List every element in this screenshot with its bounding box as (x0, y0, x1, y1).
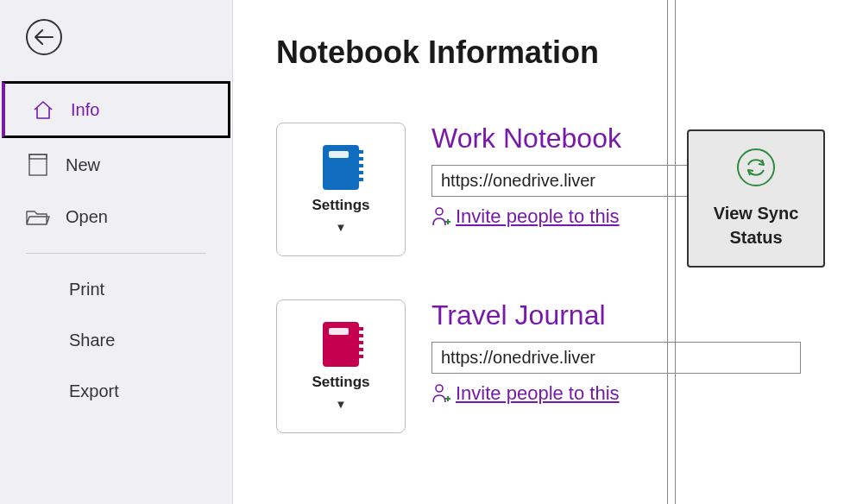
notebook-title: Travel Journal (431, 299, 801, 331)
vertical-divider (667, 0, 668, 504)
chevron-down-icon: ▼ (336, 221, 347, 234)
sidebar-divider (26, 253, 206, 254)
sidebar-item-label: Open (66, 207, 108, 227)
invite-link-label: Invite people to this (456, 205, 620, 228)
invite-link-label: Invite people to this (456, 382, 620, 405)
notebook-url[interactable]: https://onedrive.liver (431, 342, 801, 374)
notebook-icon (323, 322, 359, 367)
invite-link[interactable]: Invite people to this (431, 382, 801, 405)
sidebar-item-label: Print (69, 280, 104, 299)
sync-icon (736, 148, 776, 187)
svg-rect-1 (29, 154, 47, 159)
back-button[interactable] (26, 19, 62, 55)
svg-point-2 (436, 208, 443, 215)
person-add-icon (431, 383, 450, 404)
view-sync-status-button[interactable]: View Sync Status (687, 129, 825, 268)
svg-point-3 (436, 385, 443, 392)
notebook-row: Settings ▼ Travel Journal https://onedri… (276, 299, 801, 433)
settings-label: Settings (312, 374, 369, 391)
notebook-settings-button[interactable]: Settings ▼ (276, 299, 406, 433)
backstage-sidebar: Info New Open Print Share Export (0, 0, 233, 504)
main-panel: Notebook Information Settings ▼ Work Not… (233, 0, 844, 504)
sidebar-item-label: Info (71, 100, 99, 120)
sidebar-item-label: New (66, 155, 100, 175)
sidebar-item-export[interactable]: Export (0, 366, 232, 417)
sidebar-item-info[interactable]: Info (2, 81, 230, 138)
sidebar-item-print[interactable]: Print (0, 264, 232, 315)
svg-point-4 (738, 149, 774, 186)
sidebar-item-share[interactable]: Share (0, 315, 232, 366)
folder-open-icon (26, 208, 50, 227)
sidebar-item-new[interactable]: New (0, 138, 232, 192)
chevron-down-icon: ▼ (336, 398, 347, 411)
page-title: Notebook Information (276, 35, 801, 71)
home-icon (31, 99, 55, 120)
settings-label: Settings (312, 197, 369, 214)
notebook-info: Travel Journal https://onedrive.liver In… (431, 299, 801, 405)
person-add-icon (431, 206, 450, 227)
sidebar-item-label: Export (69, 381, 119, 400)
sidebar-item-open[interactable]: Open (0, 192, 232, 243)
vertical-divider (675, 0, 676, 504)
sidebar-item-label: Share (69, 331, 115, 350)
sync-button-label: View Sync Status (689, 201, 823, 249)
back-arrow-icon (35, 29, 54, 45)
page-icon (26, 154, 50, 176)
svg-rect-0 (29, 154, 47, 175)
notebook-icon (323, 145, 359, 190)
notebook-settings-button[interactable]: Settings ▼ (276, 123, 406, 256)
